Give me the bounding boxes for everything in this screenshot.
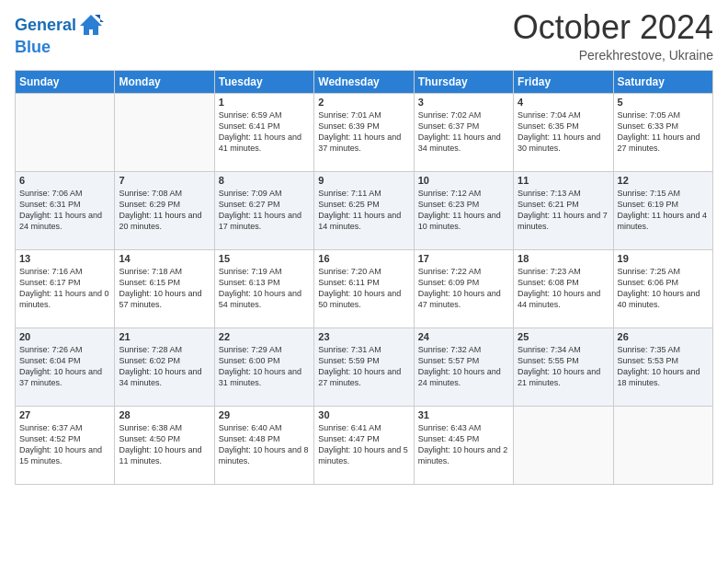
day-number: 27 <box>19 409 110 420</box>
day-number: 18 <box>518 253 609 264</box>
day-of-week-header: Sunday <box>16 70 115 93</box>
day-number: 11 <box>518 175 609 186</box>
calendar-week-row: 1Sunrise: 6:59 AM Sunset: 6:41 PM Daylig… <box>16 93 713 171</box>
calendar-cell: 17Sunrise: 7:22 AM Sunset: 6:09 PM Dayli… <box>414 249 513 327</box>
calendar-cell: 3Sunrise: 7:02 AM Sunset: 6:37 PM Daylig… <box>414 93 513 171</box>
day-number: 10 <box>418 175 509 186</box>
cell-content: Sunrise: 7:05 AM Sunset: 6:33 PM Dayligh… <box>618 109 709 155</box>
day-number: 14 <box>119 253 210 264</box>
title-block: October 2024 Perekhrestove, Ukraine <box>513 9 713 63</box>
day-of-week-header: Thursday <box>414 70 513 93</box>
cell-content: Sunrise: 7:12 AM Sunset: 6:23 PM Dayligh… <box>418 188 509 233</box>
cell-content: Sunrise: 7:16 AM Sunset: 6:17 PM Dayligh… <box>19 266 110 311</box>
calendar-cell: 15Sunrise: 7:19 AM Sunset: 6:13 PM Dayli… <box>214 249 313 327</box>
cell-content: Sunrise: 7:04 AM Sunset: 6:35 PM Dayligh… <box>518 109 609 155</box>
cell-content: Sunrise: 7:01 AM Sunset: 6:39 PM Dayligh… <box>318 109 409 155</box>
day-number: 8 <box>219 175 310 186</box>
day-of-week-header: Wednesday <box>314 70 414 93</box>
day-number: 25 <box>518 331 609 342</box>
day-number: 22 <box>219 331 310 342</box>
calendar-cell: 12Sunrise: 7:15 AM Sunset: 6:19 PM Dayli… <box>613 171 712 249</box>
cell-content: Sunrise: 6:40 AM Sunset: 4:48 PM Dayligh… <box>219 422 310 467</box>
month-title: October 2024 <box>513 9 713 46</box>
cell-content: Sunrise: 7:02 AM Sunset: 6:37 PM Dayligh… <box>418 109 509 155</box>
cell-content: Sunrise: 7:11 AM Sunset: 6:25 PM Dayligh… <box>318 188 409 233</box>
calendar-cell: 9Sunrise: 7:11 AM Sunset: 6:25 PM Daylig… <box>314 171 414 249</box>
day-number: 7 <box>119 175 210 186</box>
calendar-cell: 25Sunrise: 7:34 AM Sunset: 5:55 PM Dayli… <box>514 327 613 406</box>
calendar-week-row: 13Sunrise: 7:16 AM Sunset: 6:17 PM Dayli… <box>16 249 713 327</box>
cell-content: Sunrise: 7:29 AM Sunset: 6:00 PM Dayligh… <box>219 344 310 389</box>
cell-content: Sunrise: 6:37 AM Sunset: 4:52 PM Dayligh… <box>19 422 110 467</box>
cell-content: Sunrise: 7:22 AM Sunset: 6:09 PM Dayligh… <box>418 266 509 311</box>
cell-content: Sunrise: 7:15 AM Sunset: 6:19 PM Dayligh… <box>618 188 709 233</box>
calendar-cell: 4Sunrise: 7:04 AM Sunset: 6:35 PM Daylig… <box>514 93 613 171</box>
calendar-cell: 20Sunrise: 7:26 AM Sunset: 6:04 PM Dayli… <box>16 327 115 406</box>
calendar-cell: 10Sunrise: 7:12 AM Sunset: 6:23 PM Dayli… <box>414 171 513 249</box>
day-number: 5 <box>618 97 709 108</box>
cell-content: Sunrise: 6:38 AM Sunset: 4:50 PM Dayligh… <box>119 422 210 467</box>
day-number: 19 <box>618 253 709 264</box>
calendar-table: SundayMondayTuesdayWednesdayThursdayFrid… <box>15 70 713 485</box>
day-number: 28 <box>119 409 210 420</box>
cell-content: Sunrise: 7:32 AM Sunset: 5:57 PM Dayligh… <box>418 344 509 389</box>
cell-content: Sunrise: 7:26 AM Sunset: 6:04 PM Dayligh… <box>19 344 110 389</box>
calendar-cell: 5Sunrise: 7:05 AM Sunset: 6:33 PM Daylig… <box>613 93 712 171</box>
calendar-cell: 21Sunrise: 7:28 AM Sunset: 6:02 PM Dayli… <box>115 327 214 406</box>
calendar-cell: 24Sunrise: 7:32 AM Sunset: 5:57 PM Dayli… <box>414 327 513 406</box>
calendar-cell: 31Sunrise: 6:43 AM Sunset: 4:45 PM Dayli… <box>414 406 513 484</box>
day-number: 13 <box>19 253 110 264</box>
header: General Blue October 2024 Perekhrestove,… <box>15 9 713 63</box>
day-number: 4 <box>518 97 609 108</box>
cell-content: Sunrise: 7:28 AM Sunset: 6:02 PM Dayligh… <box>119 344 210 389</box>
calendar-cell <box>16 93 115 171</box>
calendar-week-row: 27Sunrise: 6:37 AM Sunset: 4:52 PM Dayli… <box>16 406 713 484</box>
cell-content: Sunrise: 7:31 AM Sunset: 5:59 PM Dayligh… <box>318 344 409 389</box>
logo-text-general: General <box>15 17 76 35</box>
day-number: 20 <box>19 331 110 342</box>
logo-icon <box>78 13 104 39</box>
calendar-body: 1Sunrise: 6:59 AM Sunset: 6:41 PM Daylig… <box>16 93 713 484</box>
cell-content: Sunrise: 7:35 AM Sunset: 5:53 PM Dayligh… <box>618 344 709 389</box>
cell-content: Sunrise: 7:18 AM Sunset: 6:15 PM Dayligh… <box>119 266 210 311</box>
day-of-week-header: Tuesday <box>214 70 313 93</box>
day-number: 2 <box>318 97 409 108</box>
calendar-cell: 19Sunrise: 7:25 AM Sunset: 6:06 PM Dayli… <box>613 249 712 327</box>
day-of-week-header: Friday <box>514 70 613 93</box>
calendar-header-row: SundayMondayTuesdayWednesdayThursdayFrid… <box>16 70 713 93</box>
calendar-cell: 6Sunrise: 7:06 AM Sunset: 6:31 PM Daylig… <box>16 171 115 249</box>
cell-content: Sunrise: 7:13 AM Sunset: 6:21 PM Dayligh… <box>518 188 609 233</box>
calendar-cell: 2Sunrise: 7:01 AM Sunset: 6:39 PM Daylig… <box>314 93 414 171</box>
day-number: 24 <box>418 331 509 342</box>
logo-text-blue: Blue <box>15 39 104 57</box>
calendar-cell <box>514 406 613 484</box>
day-number: 1 <box>219 97 310 108</box>
cell-content: Sunrise: 7:23 AM Sunset: 6:08 PM Dayligh… <box>518 266 609 311</box>
logo: General Blue <box>15 13 104 57</box>
day-number: 31 <box>418 409 509 420</box>
cell-content: Sunrise: 7:06 AM Sunset: 6:31 PM Dayligh… <box>19 188 110 233</box>
calendar-cell: 18Sunrise: 7:23 AM Sunset: 6:08 PM Dayli… <box>514 249 613 327</box>
cell-content: Sunrise: 6:41 AM Sunset: 4:47 PM Dayligh… <box>318 422 409 467</box>
day-number: 23 <box>318 331 409 342</box>
cell-content: Sunrise: 7:34 AM Sunset: 5:55 PM Dayligh… <box>518 344 609 389</box>
cell-content: Sunrise: 7:09 AM Sunset: 6:27 PM Dayligh… <box>219 188 310 233</box>
day-number: 21 <box>119 331 210 342</box>
calendar-cell: 1Sunrise: 6:59 AM Sunset: 6:41 PM Daylig… <box>214 93 313 171</box>
day-number: 3 <box>418 97 509 108</box>
cell-content: Sunrise: 6:43 AM Sunset: 4:45 PM Dayligh… <box>418 422 509 467</box>
calendar-cell: 23Sunrise: 7:31 AM Sunset: 5:59 PM Dayli… <box>314 327 414 406</box>
day-number: 26 <box>618 331 709 342</box>
calendar-cell: 28Sunrise: 6:38 AM Sunset: 4:50 PM Dayli… <box>115 406 214 484</box>
day-number: 29 <box>219 409 310 420</box>
day-of-week-header: Monday <box>115 70 214 93</box>
calendar-cell: 26Sunrise: 7:35 AM Sunset: 5:53 PM Dayli… <box>613 327 712 406</box>
cell-content: Sunrise: 7:25 AM Sunset: 6:06 PM Dayligh… <box>618 266 709 311</box>
calendar-cell: 7Sunrise: 7:08 AM Sunset: 6:29 PM Daylig… <box>115 171 214 249</box>
location: Perekhrestove, Ukraine <box>513 48 713 63</box>
calendar-cell: 13Sunrise: 7:16 AM Sunset: 6:17 PM Dayli… <box>16 249 115 327</box>
day-number: 9 <box>318 175 409 186</box>
calendar-cell: 11Sunrise: 7:13 AM Sunset: 6:21 PM Dayli… <box>514 171 613 249</box>
calendar-cell: 8Sunrise: 7:09 AM Sunset: 6:27 PM Daylig… <box>214 171 313 249</box>
calendar-cell <box>613 406 712 484</box>
